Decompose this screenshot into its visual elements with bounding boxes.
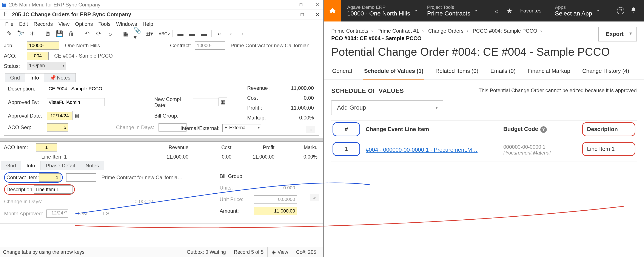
- intext-dropdown[interactable]: E-External: [222, 124, 261, 132]
- card3-icon[interactable]: ▬: [200, 30, 208, 38]
- approvedby-input[interactable]: [47, 98, 105, 106]
- crumb-prime-contracts[interactable]: Prime Contracts: [331, 28, 368, 34]
- menu-tools[interactable]: Tools: [98, 21, 110, 27]
- contractitem-input[interactable]: [39, 173, 60, 182]
- redo-icon[interactable]: ⟳: [95, 30, 102, 38]
- binoculars-icon[interactable]: 🔭: [17, 30, 24, 38]
- status-record: Record 5 of 5: [230, 247, 267, 257]
- star-icon[interactable]: ★: [506, 7, 512, 15]
- tab-history[interactable]: Change History (4): [582, 64, 630, 79]
- status-bar: Change tabs by using the arrow keys. Out…: [0, 247, 323, 257]
- cid-label: Change in Days:: [4, 199, 42, 205]
- billgroup-input[interactable]: [193, 112, 227, 120]
- save-icon[interactable]: 💾: [56, 30, 64, 38]
- crumb-change-orders[interactable]: Change Orders: [428, 28, 464, 34]
- crumb-pcco[interactable]: PCCO #004: Sample PCCO: [473, 28, 537, 34]
- table-drop-icon[interactable]: ⊞▾: [145, 30, 153, 38]
- subtab-notes[interactable]: Notes: [80, 161, 104, 170]
- bug-icon[interactable]: ✶: [28, 30, 36, 38]
- tab-general[interactable]: General: [331, 64, 353, 79]
- add-group-dropdown[interactable]: Add Group: [331, 100, 443, 115]
- sub-close-button[interactable]: ✕: [315, 11, 320, 18]
- menu-file[interactable]: File: [5, 21, 14, 27]
- erp-selector[interactable]: Agave Demo ERP 10000 - One North Hills: [341, 0, 421, 21]
- tab-notes[interactable]: 📌Notes: [44, 73, 76, 82]
- job-number-input[interactable]: [27, 41, 59, 50]
- calendar-icon[interactable]: ▦: [218, 98, 227, 106]
- calendar-icon[interactable]: ▦: [72, 111, 81, 120]
- undo-icon[interactable]: ↶: [83, 30, 91, 38]
- sub-billgroup-input[interactable]: [254, 172, 280, 180]
- search-icon[interactable]: ⌕: [106, 30, 114, 38]
- trash-icon[interactable]: 🗑: [67, 30, 75, 38]
- contractitem-extra-input[interactable]: [66, 173, 96, 182]
- acoitem-input[interactable]: [36, 143, 57, 152]
- description-input[interactable]: [47, 85, 197, 93]
- tab-info[interactable]: Info: [25, 73, 44, 82]
- row-ce-link[interactable]: #004 - 000000-00-0000.1 - Procurement.M…: [361, 144, 499, 156]
- crumb-prime-contract-1[interactable]: Prime Contract #1: [378, 28, 419, 34]
- first-record-icon[interactable]: «: [216, 30, 223, 38]
- budget-sub: Procurement.Material: [503, 150, 576, 156]
- attach-icon[interactable]: 📎▾: [134, 30, 141, 38]
- main-maximize-button[interactable]: □: [298, 1, 304, 8]
- sub-desc-input[interactable]: [34, 185, 72, 194]
- bell-icon[interactable]: [630, 7, 637, 15]
- menu-records[interactable]: Records: [34, 21, 53, 27]
- subtab-info[interactable]: Info: [21, 161, 40, 170]
- apps-label: Apps: [555, 4, 592, 10]
- toolbar-sep: [40, 30, 40, 37]
- divider-bar: [0, 138, 323, 142]
- spellcheck-icon[interactable]: ABC✓: [161, 30, 169, 38]
- project-tools-selector[interactable]: Project Tools Prime Contracts: [421, 0, 482, 21]
- subtab-grid[interactable]: Grid: [1, 161, 21, 170]
- grid-icon[interactable]: ▦: [122, 30, 130, 38]
- units-input[interactable]: [254, 184, 297, 192]
- tab-grid[interactable]: Grid: [5, 73, 25, 82]
- prev-record-icon[interactable]: ‹: [227, 30, 235, 38]
- menu-options[interactable]: Options: [75, 21, 93, 27]
- acoseq-input[interactable]: [47, 123, 68, 132]
- approvaldate-input[interactable]: [47, 112, 72, 120]
- col-cost: Cost: [188, 145, 232, 150]
- main-minimize-button[interactable]: —: [280, 1, 289, 8]
- export-button[interactable]: Export: [598, 27, 637, 41]
- menu-edit[interactable]: Edit: [19, 21, 28, 27]
- apps-selector[interactable]: Apps Select an App: [549, 0, 603, 21]
- card2-icon[interactable]: ▬: [188, 30, 196, 38]
- expand-button[interactable]: »: [306, 126, 315, 133]
- monthappr-input[interactable]: 12/24▴▾: [46, 210, 68, 218]
- sub-expand-button[interactable]: »: [310, 194, 319, 201]
- col-revenue: Revenue: [146, 145, 188, 150]
- amount-input[interactable]: [254, 207, 297, 215]
- next-record-icon[interactable]: ›: [239, 30, 246, 38]
- favorites-label[interactable]: Favorites: [520, 8, 542, 14]
- tab-sov[interactable]: Schedule of Values (1): [363, 64, 424, 79]
- main-close-button[interactable]: ✕: [313, 1, 321, 8]
- menu-help[interactable]: Help: [142, 21, 153, 27]
- aco-number-input[interactable]: [27, 52, 48, 60]
- sub-maximize-button[interactable]: □: [301, 11, 304, 18]
- card1-icon[interactable]: ▬: [176, 30, 184, 38]
- menu-view[interactable]: View: [58, 21, 70, 27]
- tab-emails[interactable]: Emails (0): [490, 64, 516, 79]
- tab-financial[interactable]: Financial Markup: [527, 64, 571, 79]
- unitprice-input[interactable]: [254, 195, 297, 204]
- tab-related[interactable]: Related Items (0): [434, 64, 479, 79]
- subtab-phase[interactable]: Phase Detail: [40, 161, 80, 170]
- sub-minimize-button[interactable]: —: [284, 11, 289, 18]
- newcompl-input[interactable]: [193, 98, 219, 106]
- home-button[interactable]: [324, 0, 341, 21]
- edit-icon[interactable]: ✎: [5, 30, 13, 38]
- amount-label: Amount:: [220, 208, 254, 214]
- sov-table: # Change Event Line Item Budget Code? De…: [331, 121, 637, 162]
- eye-icon: ◉: [272, 249, 276, 255]
- menu-windows[interactable]: Windows: [116, 21, 137, 27]
- form-icon: [4, 11, 9, 18]
- help-icon[interactable]: ?: [540, 126, 547, 133]
- help-icon[interactable]: ?: [617, 7, 624, 14]
- global-search-icon[interactable]: ⌕: [495, 7, 499, 14]
- page-icon[interactable]: 🗎: [44, 30, 52, 38]
- contract-number-input[interactable]: [195, 41, 225, 50]
- status-dropdown[interactable]: 1-Open: [27, 62, 66, 70]
